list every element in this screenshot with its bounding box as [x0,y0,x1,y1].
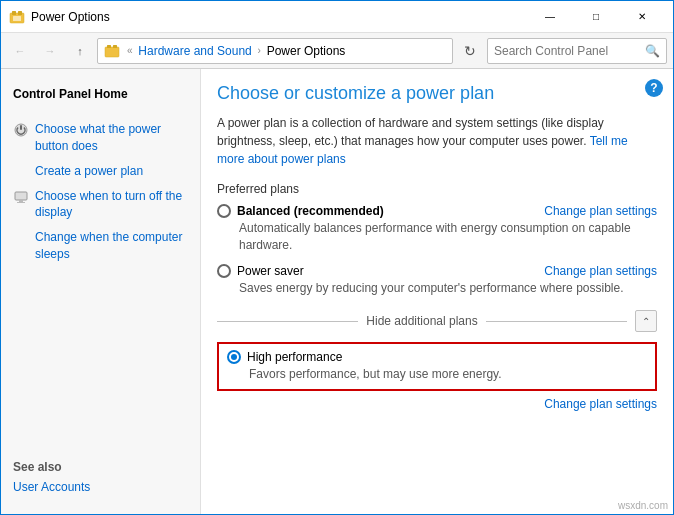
radio-dot-highperf [231,354,237,360]
highlighted-plan-box: High performance Favors performance, but… [217,342,657,391]
sidebar-control-panel-home[interactable]: Control Panel Home [1,81,200,107]
preferred-plans-label: Preferred plans [217,182,657,196]
sidebar-user-accounts[interactable]: User Accounts [1,478,200,502]
power-button-icon [13,122,29,138]
plan-desc-highperf: Favors performance, but may use more ene… [249,366,647,383]
plan-name-powersaver: Power saver [237,264,304,278]
see-also-label: See also [1,448,200,478]
change-link-balanced[interactable]: Change plan settings [544,204,657,218]
window-controls: — □ ✕ [527,1,665,33]
svg-rect-4 [105,47,119,57]
plan-name-balanced: Balanced (recommended) [237,204,384,218]
svg-rect-8 [20,125,22,130]
search-icon[interactable]: 🔍 [645,44,660,58]
radio-highperf[interactable] [227,350,241,364]
plan-radio-highperf[interactable]: High performance [227,350,342,364]
plan-item-powersaver: Power saver Change plan settings Saves e… [217,264,657,297]
sleep-spacer [13,230,29,246]
sidebar-item-power-button-label: Choose what the power button does [35,121,188,155]
address-bar: ← → ↑ « Hardware and Sound › Power Optio… [1,33,673,69]
watermark: wsxdn.com [618,500,668,511]
plan-header-balanced: Balanced (recommended) Change plan setti… [217,204,657,218]
forward-button[interactable]: → [37,38,63,64]
plan-header-highperf: High performance [227,350,647,364]
sidebar-item-sleep[interactable]: Change when the computer sleeps [1,225,200,267]
breadcrumb-sep1: « [127,45,135,56]
help-icon[interactable]: ? [645,79,663,97]
svg-rect-9 [15,192,27,200]
sidebar-spacer [1,267,200,448]
change-link-highperf[interactable]: Change plan settings [544,397,657,411]
collapse-button[interactable]: ⌃ [635,310,657,332]
page-title: Choose or customize a power plan [217,83,657,104]
breadcrumb-current: Power Options [267,44,346,58]
breadcrumb-link-hardware[interactable]: Hardware and Sound [138,44,251,58]
page-description: A power plan is a collection of hardware… [217,114,657,168]
divider-line-right [486,321,627,322]
window-icon [9,9,25,25]
title-bar-text: Power Options [31,10,527,24]
plan-name-highperf: High performance [247,350,342,364]
search-input[interactable] [494,44,645,58]
back-button[interactable]: ← [7,38,33,64]
svg-rect-3 [13,16,21,21]
sidebar-item-create-plan-label: Create a power plan [35,163,143,180]
sidebar-item-power-button[interactable]: Choose what the power button does [1,117,200,159]
display-off-icon [13,189,29,205]
plan-desc-powersaver: Saves energy by reducing your computer's… [239,280,657,297]
refresh-button[interactable]: ↻ [457,38,483,64]
radio-powersaver[interactable] [217,264,231,278]
plan-radio-balanced[interactable]: Balanced (recommended) [217,204,384,218]
title-bar: Power Options — □ ✕ [1,1,673,33]
sidebar-item-sleep-label: Change when the computer sleeps [35,229,188,263]
breadcrumb: « Hardware and Sound › Power Options [97,38,453,64]
breadcrumb-sep2: › [255,45,264,56]
svg-rect-11 [17,202,25,203]
main-layout: Control Panel Home Choose what the power… [1,69,673,514]
plan-item-highperf: High performance Favors performance, but… [217,342,657,411]
search-box[interactable]: 🔍 [487,38,667,64]
content-area: ? Choose or customize a power plan A pow… [201,69,673,514]
svg-rect-2 [18,11,22,15]
plan-header-powersaver: Power saver Change plan settings [217,264,657,278]
create-plan-spacer [13,164,29,180]
up-button[interactable]: ↑ [67,38,93,64]
minimize-button[interactable]: — [527,1,573,33]
svg-rect-1 [12,11,16,15]
svg-rect-6 [113,45,117,48]
svg-rect-10 [19,200,23,202]
sidebar-item-display-off-label: Choose when to turn off the display [35,188,188,222]
sidebar-item-create-plan[interactable]: Create a power plan [1,159,200,184]
power-options-window: Power Options — □ ✕ ← → ↑ « Hardware and… [0,0,674,515]
page-desc-text: A power plan is a collection of hardware… [217,116,604,148]
additional-plans-divider: Hide additional plans ⌃ [217,310,657,332]
maximize-button[interactable]: □ [573,1,619,33]
sidebar-item-display-off[interactable]: Choose when to turn off the display [1,184,200,226]
svg-rect-5 [107,45,111,48]
divider-line-left [217,321,358,322]
plan-item-balanced: Balanced (recommended) Change plan setti… [217,204,657,254]
plan-radio-powersaver[interactable]: Power saver [217,264,304,278]
hide-additional-label: Hide additional plans [366,314,477,328]
sidebar: Control Panel Home Choose what the power… [1,69,201,514]
radio-balanced[interactable] [217,204,231,218]
plan-desc-balanced: Automatically balances performance with … [239,220,657,254]
close-button[interactable]: ✕ [619,1,665,33]
change-link-powersaver[interactable]: Change plan settings [544,264,657,278]
